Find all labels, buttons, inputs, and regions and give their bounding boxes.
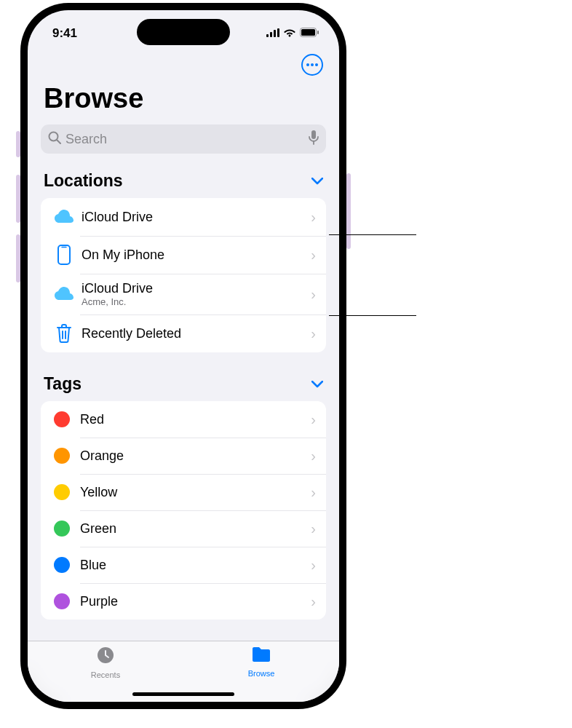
chevron-right-icon: › <box>311 448 316 464</box>
chevron-right-icon: › <box>311 484 316 501</box>
tag-dot-icon <box>54 448 70 464</box>
location-row-icloud-drive[interactable]: iCloud Drive › <box>41 198 326 236</box>
row-label: Red <box>80 412 311 427</box>
tag-dot-icon <box>54 557 70 573</box>
row-label: Green <box>80 521 311 537</box>
scroll-area[interactable]: Browse Search Locations <box>28 47 339 641</box>
chevron-right-icon: › <box>311 286 316 303</box>
status-right <box>266 26 319 41</box>
page-title: Browse <box>28 79 339 124</box>
row-label: Orange <box>80 448 311 464</box>
tag-row-yellow[interactable]: Yellow › <box>41 474 326 510</box>
row-label: On My iPhone <box>82 248 311 263</box>
tab-label: Recents <box>91 670 120 679</box>
search-icon <box>48 131 61 148</box>
tags-header-label: Tags <box>44 374 82 394</box>
chevron-right-icon: › <box>311 325 316 342</box>
svg-point-7 <box>306 63 309 66</box>
chevron-down-icon <box>311 376 323 392</box>
cellular-icon <box>266 26 279 41</box>
chevron-right-icon: › <box>311 593 316 610</box>
svg-rect-1 <box>270 32 272 37</box>
svg-rect-3 <box>277 28 279 37</box>
more-button[interactable] <box>301 54 323 76</box>
status-time: 9:41 <box>52 26 77 41</box>
power-button <box>346 173 351 249</box>
cloud-icon <box>51 205 77 229</box>
svg-rect-6 <box>317 31 319 34</box>
tag-row-orange[interactable]: Orange › <box>41 438 326 474</box>
tag-dot-icon <box>54 593 70 609</box>
chevron-right-icon: › <box>311 209 316 226</box>
svg-rect-14 <box>58 245 70 264</box>
row-label: iCloud Drive <box>82 281 311 296</box>
chevron-down-icon <box>311 173 323 189</box>
locations-header-label: Locations <box>44 171 123 191</box>
phone-frame: 9:41 Browse <box>20 3 346 709</box>
chevron-right-icon: › <box>311 411 316 428</box>
svg-rect-2 <box>274 30 276 37</box>
svg-rect-12 <box>311 130 316 139</box>
tags-list: Red › Orange › Yellow › Green › <box>41 401 326 620</box>
chevron-right-icon: › <box>311 557 316 574</box>
tag-row-blue[interactable]: Blue › <box>41 547 326 583</box>
svg-point-10 <box>49 132 58 141</box>
cloud-icon <box>51 282 77 306</box>
tag-dot-icon <box>54 521 70 537</box>
svg-line-11 <box>57 140 61 143</box>
mic-icon[interactable] <box>309 130 319 149</box>
locations-list: iCloud Drive › On My iPhone › <box>41 198 326 352</box>
row-sublabel: Acme, Inc. <box>82 296 311 307</box>
tag-row-purple[interactable]: Purple › <box>41 583 326 620</box>
search-placeholder: Search <box>65 132 304 147</box>
wifi-icon <box>283 26 296 41</box>
tag-dot-icon <box>54 411 70 427</box>
chevron-right-icon: › <box>311 521 316 537</box>
chevron-right-icon: › <box>311 247 316 264</box>
callout-line-2 <box>329 315 416 316</box>
tag-dot-icon <box>54 484 70 500</box>
iphone-icon <box>51 243 77 266</box>
dynamic-island <box>137 19 230 45</box>
svg-rect-0 <box>266 34 269 37</box>
svg-point-8 <box>311 63 314 66</box>
home-indicator[interactable] <box>132 692 234 696</box>
search-input[interactable]: Search <box>41 124 326 154</box>
svg-point-9 <box>315 63 318 66</box>
tag-row-red[interactable]: Red › <box>41 401 326 438</box>
trash-icon <box>51 322 77 345</box>
row-label: iCloud Drive <box>82 210 311 225</box>
row-label: Yellow <box>80 485 311 500</box>
battery-icon <box>300 26 319 41</box>
clock-icon <box>96 646 115 669</box>
location-row-icloud-drive-acme[interactable]: iCloud Drive Acme, Inc. › <box>41 274 326 314</box>
folder-icon <box>250 646 272 668</box>
callout-line-1 <box>329 234 416 235</box>
tag-row-green[interactable]: Green › <box>41 510 326 547</box>
phone-screen: 9:41 Browse <box>28 10 339 702</box>
location-row-recently-deleted[interactable]: Recently Deleted › <box>41 314 326 352</box>
row-label: Purple <box>80 594 311 609</box>
tab-label: Browse <box>248 669 275 678</box>
row-label: Blue <box>80 558 311 573</box>
locations-header[interactable]: Locations <box>28 167 339 198</box>
tags-header[interactable]: Tags <box>28 370 339 401</box>
nav-bar <box>28 47 339 79</box>
svg-rect-5 <box>301 29 315 36</box>
row-label: Recently Deleted <box>82 326 311 341</box>
location-row-on-my-iphone[interactable]: On My iPhone › <box>41 236 326 274</box>
